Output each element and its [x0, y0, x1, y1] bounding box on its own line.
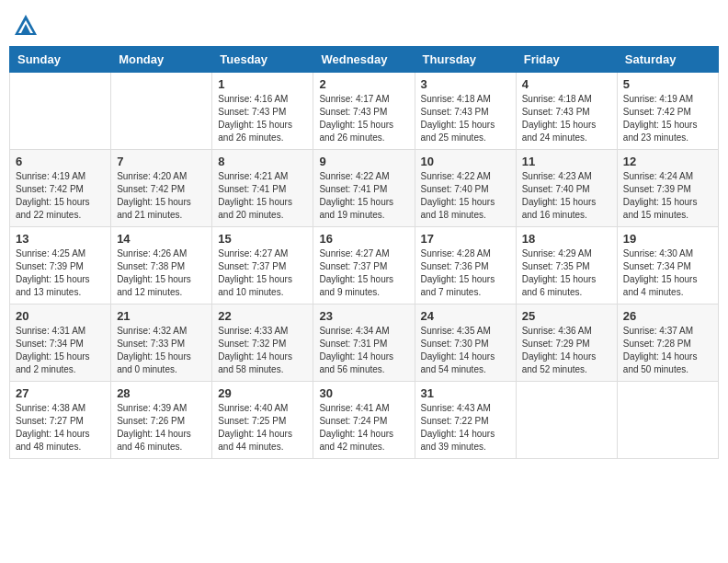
calendar-cell: 27Sunrise: 4:38 AM Sunset: 7:27 PM Dayli… — [10, 382, 111, 459]
day-number: 22 — [218, 309, 307, 323]
day-number: 23 — [319, 309, 408, 323]
calendar-week-3: 13Sunrise: 4:25 AM Sunset: 7:39 PM Dayli… — [10, 227, 719, 304]
day-info: Sunrise: 4:25 AM Sunset: 7:39 PM Dayligh… — [16, 247, 105, 299]
day-number: 3 — [421, 77, 510, 91]
calendar-cell: 17Sunrise: 4:28 AM Sunset: 7:36 PM Dayli… — [415, 227, 516, 304]
calendar-cell: 31Sunrise: 4:43 AM Sunset: 7:22 PM Dayli… — [415, 382, 516, 459]
calendar-cell: 30Sunrise: 4:41 AM Sunset: 7:24 PM Dayli… — [313, 382, 415, 459]
calendar-week-2: 6Sunrise: 4:19 AM Sunset: 7:42 PM Daylig… — [10, 150, 719, 227]
calendar-cell — [10, 73, 111, 150]
day-info: Sunrise: 4:40 AM Sunset: 7:25 PM Dayligh… — [218, 402, 307, 454]
day-info: Sunrise: 4:21 AM Sunset: 7:41 PM Dayligh… — [218, 170, 307, 222]
calendar-cell: 26Sunrise: 4:37 AM Sunset: 7:28 PM Dayli… — [617, 304, 718, 382]
day-number: 24 — [421, 309, 510, 323]
calendar-cell: 13Sunrise: 4:25 AM Sunset: 7:39 PM Dayli… — [10, 227, 111, 304]
calendar-cell: 22Sunrise: 4:33 AM Sunset: 7:32 PM Dayli… — [212, 304, 313, 382]
calendar-cell: 14Sunrise: 4:26 AM Sunset: 7:38 PM Dayli… — [111, 227, 212, 304]
day-number: 26 — [623, 309, 712, 323]
day-info: Sunrise: 4:27 AM Sunset: 7:37 PM Dayligh… — [319, 247, 408, 299]
day-info: Sunrise: 4:18 AM Sunset: 7:43 PM Dayligh… — [421, 93, 510, 144]
calendar-cell: 7Sunrise: 4:20 AM Sunset: 7:42 PM Daylig… — [111, 150, 212, 227]
weekday-header-saturday: Saturday — [617, 47, 718, 73]
calendar-cell — [111, 73, 212, 150]
day-number: 29 — [218, 386, 307, 400]
day-info: Sunrise: 4:28 AM Sunset: 7:36 PM Dayligh… — [421, 247, 510, 299]
day-info: Sunrise: 4:18 AM Sunset: 7:43 PM Dayligh… — [522, 93, 611, 144]
calendar-cell: 18Sunrise: 4:29 AM Sunset: 7:35 PM Dayli… — [516, 227, 617, 304]
weekday-header-wednesday: Wednesday — [313, 47, 415, 73]
calendar-cell: 1Sunrise: 4:16 AM Sunset: 7:43 PM Daylig… — [212, 73, 313, 150]
calendar-cell: 19Sunrise: 4:30 AM Sunset: 7:34 PM Dayli… — [617, 227, 718, 304]
day-info: Sunrise: 4:27 AM Sunset: 7:37 PM Dayligh… — [218, 247, 307, 299]
day-number: 20 — [16, 309, 105, 323]
calendar-week-4: 20Sunrise: 4:31 AM Sunset: 7:34 PM Dayli… — [10, 304, 719, 382]
day-number: 13 — [16, 232, 105, 246]
calendar-cell: 25Sunrise: 4:36 AM Sunset: 7:29 PM Dayli… — [516, 304, 617, 382]
calendar-cell: 11Sunrise: 4:23 AM Sunset: 7:40 PM Dayli… — [516, 150, 617, 227]
day-info: Sunrise: 4:22 AM Sunset: 7:40 PM Dayligh… — [421, 170, 510, 222]
day-number: 7 — [117, 155, 206, 168]
day-number: 27 — [16, 386, 105, 400]
calendar-cell: 21Sunrise: 4:32 AM Sunset: 7:33 PM Dayli… — [111, 304, 212, 382]
day-number: 19 — [623, 232, 712, 246]
calendar-cell: 20Sunrise: 4:31 AM Sunset: 7:34 PM Dayli… — [10, 304, 111, 382]
day-number: 15 — [218, 232, 307, 246]
calendar-week-1: 1Sunrise: 4:16 AM Sunset: 7:43 PM Daylig… — [10, 73, 719, 150]
calendar-cell: 23Sunrise: 4:34 AM Sunset: 7:31 PM Dayli… — [313, 304, 415, 382]
day-info: Sunrise: 4:39 AM Sunset: 7:26 PM Dayligh… — [117, 402, 206, 454]
day-info: Sunrise: 4:17 AM Sunset: 7:43 PM Dayligh… — [319, 93, 408, 144]
day-number: 2 — [319, 77, 408, 91]
day-info: Sunrise: 4:41 AM Sunset: 7:24 PM Dayligh… — [319, 402, 408, 454]
day-info: Sunrise: 4:22 AM Sunset: 7:41 PM Dayligh… — [319, 170, 408, 222]
day-number: 25 — [522, 309, 611, 323]
calendar-cell: 29Sunrise: 4:40 AM Sunset: 7:25 PM Dayli… — [212, 382, 313, 459]
day-number: 16 — [319, 232, 408, 246]
day-number: 10 — [421, 155, 510, 168]
day-info: Sunrise: 4:34 AM Sunset: 7:31 PM Dayligh… — [319, 325, 408, 376]
calendar-cell: 24Sunrise: 4:35 AM Sunset: 7:30 PM Dayli… — [415, 304, 516, 382]
day-number: 1 — [218, 77, 307, 91]
calendar-cell: 10Sunrise: 4:22 AM Sunset: 7:40 PM Dayli… — [415, 150, 516, 227]
calendar-cell — [516, 382, 617, 459]
day-info: Sunrise: 4:43 AM Sunset: 7:22 PM Dayligh… — [421, 402, 510, 454]
day-info: Sunrise: 4:32 AM Sunset: 7:33 PM Dayligh… — [117, 325, 206, 376]
day-number: 18 — [522, 232, 611, 246]
day-info: Sunrise: 4:20 AM Sunset: 7:42 PM Dayligh… — [117, 170, 206, 222]
day-number: 17 — [421, 232, 510, 246]
weekday-header-monday: Monday — [111, 47, 212, 73]
day-info: Sunrise: 4:37 AM Sunset: 7:28 PM Dayligh… — [623, 325, 712, 376]
calendar-cell: 6Sunrise: 4:19 AM Sunset: 7:42 PM Daylig… — [10, 150, 111, 227]
day-info: Sunrise: 4:31 AM Sunset: 7:34 PM Dayligh… — [16, 325, 105, 376]
day-number: 28 — [117, 386, 206, 400]
day-number: 9 — [319, 155, 408, 168]
day-number: 31 — [421, 386, 510, 400]
day-info: Sunrise: 4:38 AM Sunset: 7:27 PM Dayligh… — [16, 402, 105, 454]
day-number: 30 — [319, 386, 408, 400]
day-number: 12 — [623, 155, 712, 168]
day-info: Sunrise: 4:29 AM Sunset: 7:35 PM Dayligh… — [522, 247, 611, 299]
calendar-cell: 3Sunrise: 4:18 AM Sunset: 7:43 PM Daylig… — [415, 73, 516, 150]
calendar-table: SundayMondayTuesdayWednesdayThursdayFrid… — [9, 46, 719, 459]
day-info: Sunrise: 4:33 AM Sunset: 7:32 PM Dayligh… — [218, 325, 307, 376]
calendar-cell: 12Sunrise: 4:24 AM Sunset: 7:39 PM Dayli… — [617, 150, 718, 227]
weekday-header-friday: Friday — [516, 47, 617, 73]
day-info: Sunrise: 4:30 AM Sunset: 7:34 PM Dayligh… — [623, 247, 712, 299]
day-info: Sunrise: 4:16 AM Sunset: 7:43 PM Dayligh… — [218, 93, 307, 144]
calendar-cell: 8Sunrise: 4:21 AM Sunset: 7:41 PM Daylig… — [212, 150, 313, 227]
weekday-header-row: SundayMondayTuesdayWednesdayThursdayFrid… — [10, 47, 719, 73]
day-number: 6 — [16, 155, 105, 168]
calendar-cell: 4Sunrise: 4:18 AM Sunset: 7:43 PM Daylig… — [516, 73, 617, 150]
page-header — [9, 9, 719, 39]
day-info: Sunrise: 4:35 AM Sunset: 7:30 PM Dayligh… — [421, 325, 510, 376]
calendar-cell: 16Sunrise: 4:27 AM Sunset: 7:37 PM Dayli… — [313, 227, 415, 304]
day-number: 14 — [117, 232, 206, 246]
calendar-cell — [617, 382, 718, 459]
day-number: 8 — [218, 155, 307, 168]
calendar-cell: 28Sunrise: 4:39 AM Sunset: 7:26 PM Dayli… — [111, 382, 212, 459]
day-info: Sunrise: 4:36 AM Sunset: 7:29 PM Dayligh… — [522, 325, 611, 376]
calendar-week-5: 27Sunrise: 4:38 AM Sunset: 7:27 PM Dayli… — [10, 382, 719, 459]
calendar-cell: 2Sunrise: 4:17 AM Sunset: 7:43 PM Daylig… — [313, 73, 415, 150]
day-number: 21 — [117, 309, 206, 323]
weekday-header-thursday: Thursday — [415, 47, 516, 73]
day-number: 11 — [522, 155, 611, 168]
